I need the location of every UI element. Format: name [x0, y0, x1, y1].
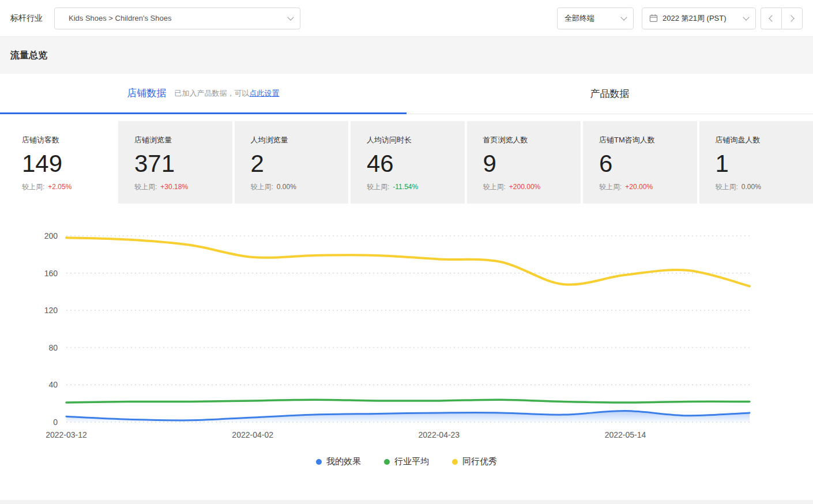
stats-row: 店铺访客数 149 较上周:+2.05% 店铺浏览量 371 较上周:+30.1… [0, 121, 813, 204]
page-title: 流量总览 [10, 50, 47, 62]
stat-delta: -11.54% [393, 183, 418, 191]
wow-label: 较上周: [251, 183, 273, 191]
stat-delta: +30.18% [160, 183, 188, 191]
stat-delta: 0.00% [742, 183, 761, 191]
tab-product-data-label: 产品数据 [590, 87, 630, 100]
stat-delta: 0.00% [277, 183, 296, 191]
stat-card-homepage-viewers[interactable]: 首页浏览人数 9 较上周:+200.00% [467, 121, 581, 204]
svg-text:0: 0 [53, 418, 58, 427]
calendar-icon [649, 14, 658, 22]
svg-text:2022-04-02: 2022-04-02 [232, 430, 273, 439]
tabs-row: 店铺数据 已加入产品数据，可以点此设置 产品数据 [0, 74, 813, 114]
stat-value: 149 [22, 150, 111, 178]
week-select-value: 2022 第21周 (PST) [663, 13, 744, 24]
configure-link[interactable]: 点此设置 [250, 89, 280, 97]
svg-text:40: 40 [48, 380, 58, 389]
benchmark-industry-label: 标杆行业 [10, 13, 43, 24]
svg-text:2022-05-14: 2022-05-14 [605, 430, 646, 439]
chevron-left-icon [769, 15, 775, 21]
topbar: 标杆行业 Kids Shoes > Children's Shoes 全部终端 … [0, 0, 813, 37]
legend-label: 同行优秀 [462, 456, 497, 467]
legend-label: 我的效果 [326, 456, 361, 467]
stat-label: 人均浏览量 [251, 135, 344, 145]
stat-label: 店铺浏览量 [134, 135, 228, 145]
svg-text:2022-03-12: 2022-03-12 [46, 430, 87, 439]
stat-value: 2 [251, 150, 344, 178]
stat-label: 人均访问时长 [367, 135, 460, 145]
chevron-down-icon [743, 14, 749, 20]
tab-store-hint: 已加入产品数据，可以点此设置 [175, 88, 280, 99]
prev-week-button[interactable] [761, 7, 782, 29]
stat-card-avg-duration[interactable]: 人均访问时长 46 较上周:-11.54% [351, 121, 465, 204]
category-select-value: Kids Shoes > Children's Shoes [69, 14, 288, 22]
tab-product-data[interactable]: 产品数据 [406, 74, 813, 114]
week-nav-group [761, 7, 803, 29]
chevron-down-icon [620, 14, 627, 20]
terminal-select[interactable]: 全部终端 [557, 7, 634, 29]
stat-value: 371 [134, 150, 228, 178]
terminal-select-value: 全部终端 [564, 13, 622, 24]
wow-label: 较上周: [483, 183, 506, 191]
stat-value: 9 [483, 150, 577, 178]
svg-text:200: 200 [44, 231, 58, 240]
stat-label: 首页浏览人数 [483, 135, 577, 145]
tab-store-data[interactable]: 店铺数据 已加入产品数据，可以点此设置 [0, 74, 406, 114]
next-week-button[interactable] [781, 7, 803, 29]
bottom-divider [0, 500, 813, 504]
wow-label: 较上周: [599, 183, 622, 191]
stat-label: 店铺询盘人数 [716, 135, 809, 145]
traffic-line-chart[interactable]: 040801201602002022-03-122022-04-022022-0… [0, 223, 813, 447]
stat-card-tm-inquiries[interactable]: 店铺TM咨询人数 6 较上周:+20.00% [583, 121, 697, 204]
chevron-down-icon [287, 14, 293, 20]
svg-text:120: 120 [44, 306, 58, 315]
stat-value: 6 [599, 150, 692, 178]
svg-text:160: 160 [44, 269, 58, 278]
wow-label: 较上周: [716, 183, 738, 191]
section-bar: 流量总览 [0, 37, 813, 74]
stat-delta: +2.05% [48, 183, 71, 191]
legend-label: 行业平均 [394, 456, 429, 467]
legend-dot-icon [316, 459, 322, 465]
legend-item[interactable]: 我的效果 [316, 456, 361, 467]
stat-value: 1 [716, 150, 809, 178]
stat-card-inquiries[interactable]: 店铺询盘人数 1 较上周:0.00% [699, 121, 813, 204]
tab-store-data-label: 店铺数据 [127, 86, 167, 100]
chevron-right-icon [788, 15, 794, 21]
wow-label: 较上周: [367, 183, 389, 191]
traffic-chart-section: 040801201602002022-03-122022-04-022022-0… [0, 223, 813, 467]
chart-legend: 我的效果行业平均同行优秀 [0, 456, 813, 467]
stat-delta: +20.00% [625, 183, 653, 191]
category-select[interactable]: Kids Shoes > Children's Shoes [54, 7, 300, 29]
week-select[interactable]: 2022 第21周 (PST) [642, 7, 756, 29]
wow-label: 较上周: [22, 183, 44, 191]
wow-label: 较上周: [134, 183, 157, 191]
stat-card-visitors[interactable]: 店铺访客数 149 较上周:+2.05% [0, 121, 116, 204]
stat-card-pageviews[interactable]: 店铺浏览量 371 较上周:+30.18% [118, 121, 232, 204]
stat-label: 店铺TM咨询人数 [599, 135, 692, 145]
svg-text:2022-04-23: 2022-04-23 [419, 430, 460, 439]
svg-text:80: 80 [48, 343, 58, 352]
stat-delta: +200.00% [509, 183, 540, 191]
legend-item[interactable]: 行业平均 [384, 456, 429, 467]
stat-label: 店铺访客数 [22, 135, 111, 145]
stat-value: 46 [367, 150, 460, 178]
legend-dot-icon [452, 459, 458, 465]
legend-item[interactable]: 同行优秀 [452, 456, 497, 467]
legend-dot-icon [384, 459, 390, 465]
stat-card-avg-pageviews[interactable]: 人均浏览量 2 较上周:0.00% [235, 121, 349, 204]
